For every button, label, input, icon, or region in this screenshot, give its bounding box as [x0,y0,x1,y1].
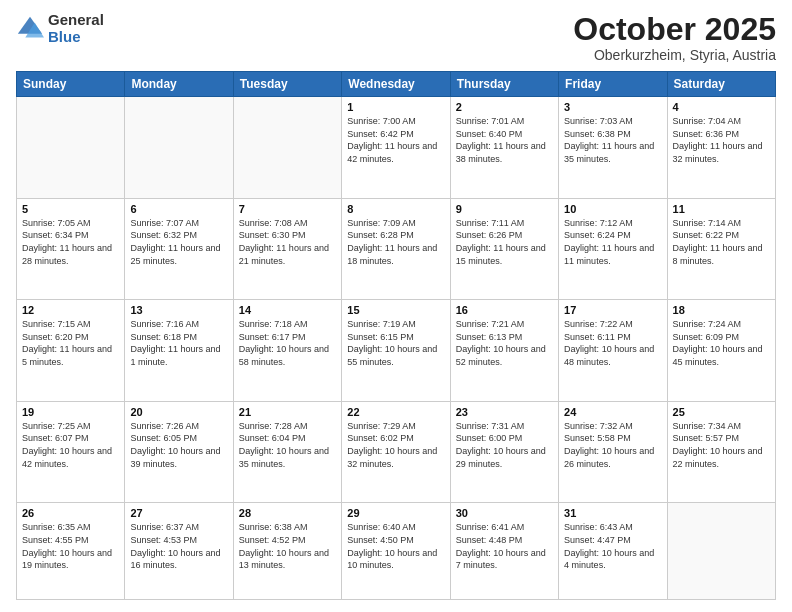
day-info: Sunrise: 7:34 AM Sunset: 5:57 PM Dayligh… [673,420,770,470]
logo-text: General Blue [48,12,104,45]
table-row: 4Sunrise: 7:04 AM Sunset: 6:36 PM Daylig… [667,97,775,199]
table-row: 16Sunrise: 7:21 AM Sunset: 6:13 PM Dayli… [450,300,558,402]
day-info: Sunrise: 7:01 AM Sunset: 6:40 PM Dayligh… [456,115,553,165]
logo: General Blue [16,12,104,45]
page: General Blue October 2025 Oberkurzheim, … [0,0,792,612]
table-row: 5Sunrise: 7:05 AM Sunset: 6:34 PM Daylig… [17,198,125,300]
header: General Blue October 2025 Oberkurzheim, … [16,12,776,63]
table-row: 11Sunrise: 7:14 AM Sunset: 6:22 PM Dayli… [667,198,775,300]
day-number: 18 [673,304,770,316]
table-row: 17Sunrise: 7:22 AM Sunset: 6:11 PM Dayli… [559,300,667,402]
day-info: Sunrise: 7:14 AM Sunset: 6:22 PM Dayligh… [673,217,770,267]
table-row: 1Sunrise: 7:00 AM Sunset: 6:42 PM Daylig… [342,97,450,199]
table-row: 12Sunrise: 7:15 AM Sunset: 6:20 PM Dayli… [17,300,125,402]
table-row: 6Sunrise: 7:07 AM Sunset: 6:32 PM Daylig… [125,198,233,300]
title-block: October 2025 Oberkurzheim, Styria, Austr… [573,12,776,63]
table-row: 10Sunrise: 7:12 AM Sunset: 6:24 PM Dayli… [559,198,667,300]
table-row: 23Sunrise: 7:31 AM Sunset: 6:00 PM Dayli… [450,401,558,503]
day-info: Sunrise: 6:35 AM Sunset: 4:55 PM Dayligh… [22,521,119,571]
day-info: Sunrise: 7:25 AM Sunset: 6:07 PM Dayligh… [22,420,119,470]
day-number: 13 [130,304,227,316]
day-number: 30 [456,507,553,519]
logo-icon [16,15,44,43]
day-number: 5 [22,203,119,215]
day-info: Sunrise: 6:41 AM Sunset: 4:48 PM Dayligh… [456,521,553,571]
table-row: 26Sunrise: 6:35 AM Sunset: 4:55 PM Dayli… [17,503,125,600]
day-number: 11 [673,203,770,215]
day-info: Sunrise: 7:19 AM Sunset: 6:15 PM Dayligh… [347,318,444,368]
header-monday: Monday [125,72,233,97]
day-number: 10 [564,203,661,215]
day-number: 4 [673,101,770,113]
day-number: 23 [456,406,553,418]
day-info: Sunrise: 7:24 AM Sunset: 6:09 PM Dayligh… [673,318,770,368]
table-row: 13Sunrise: 7:16 AM Sunset: 6:18 PM Dayli… [125,300,233,402]
day-number: 2 [456,101,553,113]
day-number: 17 [564,304,661,316]
day-number: 9 [456,203,553,215]
table-row: 24Sunrise: 7:32 AM Sunset: 5:58 PM Dayli… [559,401,667,503]
day-number: 21 [239,406,336,418]
table-row: 15Sunrise: 7:19 AM Sunset: 6:15 PM Dayli… [342,300,450,402]
day-number: 7 [239,203,336,215]
day-info: Sunrise: 7:15 AM Sunset: 6:20 PM Dayligh… [22,318,119,368]
day-info: Sunrise: 7:31 AM Sunset: 6:00 PM Dayligh… [456,420,553,470]
day-number: 27 [130,507,227,519]
table-row [17,97,125,199]
day-info: Sunrise: 7:29 AM Sunset: 6:02 PM Dayligh… [347,420,444,470]
day-info: Sunrise: 6:37 AM Sunset: 4:53 PM Dayligh… [130,521,227,571]
header-tuesday: Tuesday [233,72,341,97]
logo-general: General [48,12,104,29]
day-info: Sunrise: 7:07 AM Sunset: 6:32 PM Dayligh… [130,217,227,267]
table-row: 27Sunrise: 6:37 AM Sunset: 4:53 PM Dayli… [125,503,233,600]
table-row: 28Sunrise: 6:38 AM Sunset: 4:52 PM Dayli… [233,503,341,600]
day-info: Sunrise: 7:03 AM Sunset: 6:38 PM Dayligh… [564,115,661,165]
day-number: 26 [22,507,119,519]
day-info: Sunrise: 7:08 AM Sunset: 6:30 PM Dayligh… [239,217,336,267]
header-sunday: Sunday [17,72,125,97]
day-number: 3 [564,101,661,113]
day-number: 6 [130,203,227,215]
table-row: 29Sunrise: 6:40 AM Sunset: 4:50 PM Dayli… [342,503,450,600]
table-row: 7Sunrise: 7:08 AM Sunset: 6:30 PM Daylig… [233,198,341,300]
day-number: 12 [22,304,119,316]
calendar-header-row: Sunday Monday Tuesday Wednesday Thursday… [17,72,776,97]
table-row: 18Sunrise: 7:24 AM Sunset: 6:09 PM Dayli… [667,300,775,402]
table-row [233,97,341,199]
day-info: Sunrise: 7:22 AM Sunset: 6:11 PM Dayligh… [564,318,661,368]
day-number: 28 [239,507,336,519]
day-number: 24 [564,406,661,418]
calendar-table: Sunday Monday Tuesday Wednesday Thursday… [16,71,776,600]
day-number: 29 [347,507,444,519]
title-location: Oberkurzheim, Styria, Austria [573,47,776,63]
day-number: 22 [347,406,444,418]
table-row: 8Sunrise: 7:09 AM Sunset: 6:28 PM Daylig… [342,198,450,300]
day-info: Sunrise: 6:43 AM Sunset: 4:47 PM Dayligh… [564,521,661,571]
day-number: 1 [347,101,444,113]
title-month: October 2025 [573,12,776,47]
header-thursday: Thursday [450,72,558,97]
table-row [667,503,775,600]
table-row [125,97,233,199]
table-row: 9Sunrise: 7:11 AM Sunset: 6:26 PM Daylig… [450,198,558,300]
table-row: 14Sunrise: 7:18 AM Sunset: 6:17 PM Dayli… [233,300,341,402]
day-info: Sunrise: 7:16 AM Sunset: 6:18 PM Dayligh… [130,318,227,368]
day-info: Sunrise: 7:32 AM Sunset: 5:58 PM Dayligh… [564,420,661,470]
day-number: 14 [239,304,336,316]
day-info: Sunrise: 6:38 AM Sunset: 4:52 PM Dayligh… [239,521,336,571]
day-info: Sunrise: 7:28 AM Sunset: 6:04 PM Dayligh… [239,420,336,470]
table-row: 21Sunrise: 7:28 AM Sunset: 6:04 PM Dayli… [233,401,341,503]
day-info: Sunrise: 7:05 AM Sunset: 6:34 PM Dayligh… [22,217,119,267]
day-info: Sunrise: 7:11 AM Sunset: 6:26 PM Dayligh… [456,217,553,267]
day-info: Sunrise: 7:09 AM Sunset: 6:28 PM Dayligh… [347,217,444,267]
day-number: 19 [22,406,119,418]
day-info: Sunrise: 7:00 AM Sunset: 6:42 PM Dayligh… [347,115,444,165]
day-number: 25 [673,406,770,418]
header-wednesday: Wednesday [342,72,450,97]
table-row: 20Sunrise: 7:26 AM Sunset: 6:05 PM Dayli… [125,401,233,503]
day-info: Sunrise: 7:04 AM Sunset: 6:36 PM Dayligh… [673,115,770,165]
day-number: 31 [564,507,661,519]
day-info: Sunrise: 7:12 AM Sunset: 6:24 PM Dayligh… [564,217,661,267]
table-row: 25Sunrise: 7:34 AM Sunset: 5:57 PM Dayli… [667,401,775,503]
day-number: 15 [347,304,444,316]
